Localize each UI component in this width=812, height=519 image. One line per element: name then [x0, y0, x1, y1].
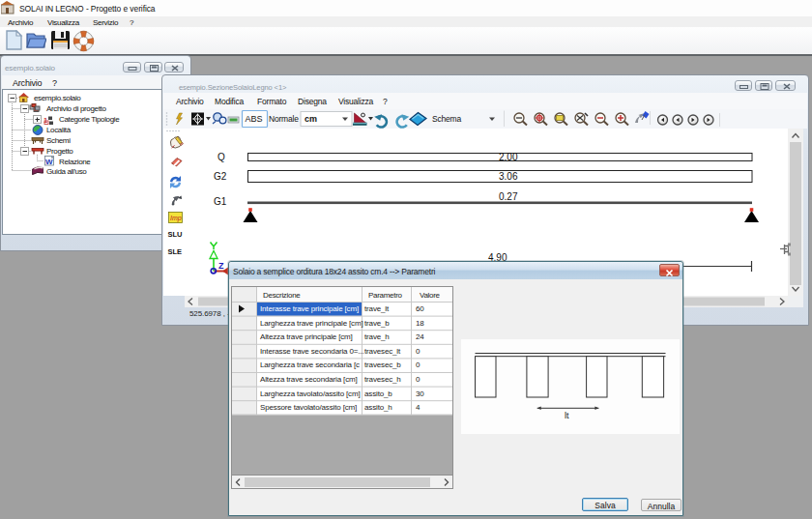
svg-text:2.00: 2.00 [499, 152, 518, 162]
svg-text:3.06: 3.06 [499, 171, 518, 182]
svg-text:G2: G2 [214, 171, 227, 182]
svg-text:Schema: Schema [432, 114, 461, 124]
svg-text:Q: Q [218, 152, 225, 162]
svg-text:G1: G1 [214, 196, 227, 207]
svg-text:lt: lt [565, 411, 569, 420]
svg-text:cm: cm [304, 114, 317, 124]
svg-text:Normale: Normale [269, 114, 299, 124]
svg-text:W: W [45, 158, 53, 166]
svg-text:Imp: Imp [170, 215, 182, 222]
svg-text:SLE: SLE [168, 247, 183, 256]
svg-text:0.27: 0.27 [499, 191, 518, 202]
svg-text:Z: Z [218, 261, 224, 271]
svg-text:ABS: ABS [246, 114, 263, 124]
svg-text:SLU: SLU [168, 230, 183, 239]
